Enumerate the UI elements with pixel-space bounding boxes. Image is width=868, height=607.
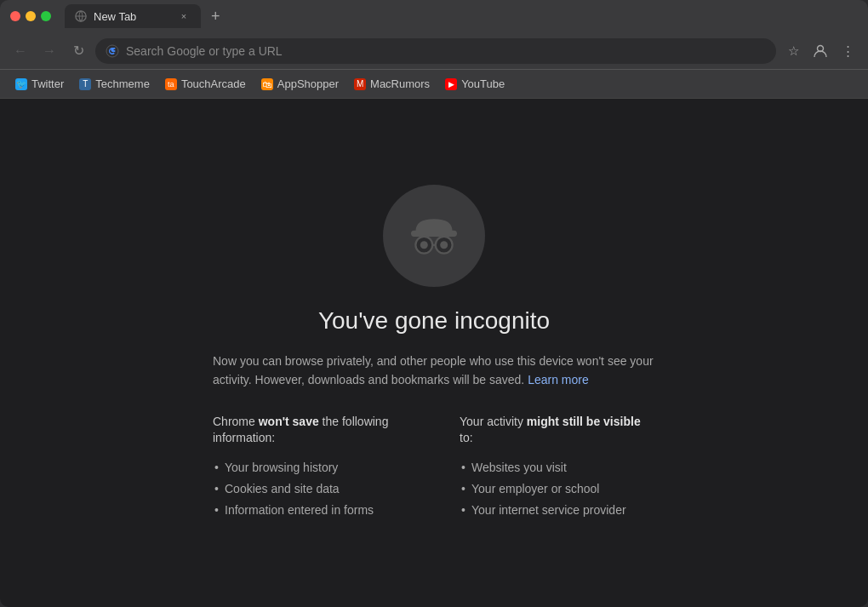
tab-bar: New Tab × +: [65, 4, 858, 29]
tab-favicon-icon: [75, 10, 87, 22]
bookmark-twitter-label: Twitter: [31, 77, 64, 90]
close-button[interactable]: [10, 11, 20, 21]
svg-rect-5: [411, 231, 457, 237]
minimize-button[interactable]: [26, 11, 36, 21]
google-icon: [106, 44, 119, 58]
chrome-wont-save-column: Chrome won't save the following informat…: [213, 414, 408, 521]
bookmark-macrumors-label: MacRumors: [370, 77, 430, 90]
new-tab-button[interactable]: +: [204, 4, 227, 29]
bookmark-macrumors[interactable]: M MacRumors: [347, 74, 437, 94]
toucharcade-favicon: ta: [165, 78, 177, 90]
bookmark-appshopper[interactable]: 🛍 AppShopper: [254, 74, 345, 94]
titlebar: New Tab × +: [0, 0, 868, 32]
profile-icon: [813, 43, 828, 59]
list-item: Your browsing history: [213, 457, 408, 478]
still-visible-column: Your activity might still be visible to:…: [460, 414, 655, 521]
appshopper-favicon: 🛍: [261, 78, 273, 90]
tab-close-button[interactable]: ×: [177, 9, 191, 23]
maximize-button[interactable]: [41, 11, 51, 21]
learn-more-link[interactable]: Learn more: [528, 373, 589, 387]
refresh-button[interactable]: ↻: [66, 39, 90, 63]
bookmark-star-button[interactable]: ☆: [781, 39, 805, 63]
info-columns: Chrome won't save the following informat…: [213, 414, 655, 521]
active-tab[interactable]: New Tab ×: [65, 4, 201, 28]
bookmark-youtube[interactable]: ▶ YouTube: [438, 74, 511, 94]
bookmark-toucharcade-label: TouchArcade: [181, 77, 246, 90]
twitter-favicon: 🐦: [15, 78, 27, 90]
menu-button[interactable]: ⋮: [836, 39, 859, 63]
list-item: Cookies and site data: [213, 478, 408, 500]
svg-rect-3: [112, 50, 115, 52]
nav-right-icons: ☆ ⋮: [781, 39, 859, 63]
techmeme-favicon: T: [79, 78, 91, 90]
forward-button[interactable]: →: [37, 39, 61, 63]
list-item: Your employer or school: [460, 478, 655, 500]
incognito-title: You've gone incognito: [318, 307, 550, 335]
macrumors-favicon: M: [354, 78, 366, 90]
main-content: You've gone incognito Now you can browse…: [0, 99, 868, 607]
navbar: ← → ↻ ☆ ⋮: [0, 32, 868, 70]
bookmark-techmeme-label: Techmeme: [95, 77, 150, 90]
list-item: Information entered in forms: [213, 500, 408, 521]
list-item: Your internet service provider: [460, 500, 655, 521]
bookmark-youtube-label: YouTube: [461, 77, 505, 90]
bookmarks-bar: 🐦 Twitter T Techmeme ta TouchArcade 🛍 Ap…: [0, 70, 868, 99]
list-item: Websites you visit: [460, 457, 655, 478]
bookmark-appshopper-label: AppShopper: [277, 77, 339, 90]
traffic-lights: [10, 11, 51, 21]
address-input[interactable]: [126, 44, 766, 58]
incognito-icon-container: [383, 185, 485, 287]
chrome-wont-save-title: Chrome won't save the following informat…: [213, 414, 408, 447]
chrome-wont-save-list: Your browsing history Cookies and site d…: [213, 457, 408, 521]
svg-point-10: [440, 241, 448, 249]
tab-title: New Tab: [94, 10, 136, 23]
address-bar-container[interactable]: [95, 38, 776, 64]
youtube-favicon: ▶: [445, 78, 457, 90]
svg-point-9: [420, 241, 428, 249]
browser-window: New Tab × + ← → ↻ ☆: [0, 0, 868, 607]
bookmark-twitter[interactable]: 🐦 Twitter: [9, 74, 71, 94]
still-visible-title: Your activity might still be visible to:: [460, 414, 655, 447]
still-visible-list: Websites you visit Your employer or scho…: [460, 457, 655, 521]
profile-button[interactable]: [808, 39, 832, 63]
bookmark-toucharcade[interactable]: ta TouchArcade: [158, 74, 253, 94]
incognito-icon: [403, 205, 465, 266]
bookmark-techmeme[interactable]: T Techmeme: [72, 74, 157, 94]
back-button[interactable]: ←: [9, 39, 32, 63]
incognito-description: Now you can browse privately, and other …: [213, 352, 655, 390]
